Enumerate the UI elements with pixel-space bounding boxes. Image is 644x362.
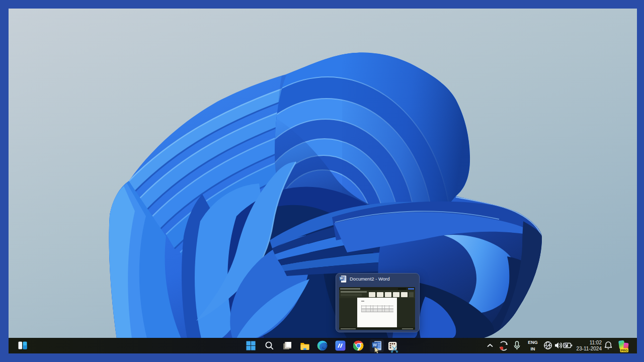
svg-text:W: W <box>340 277 343 280</box>
svg-text:PRO: PRO <box>621 348 628 352</box>
